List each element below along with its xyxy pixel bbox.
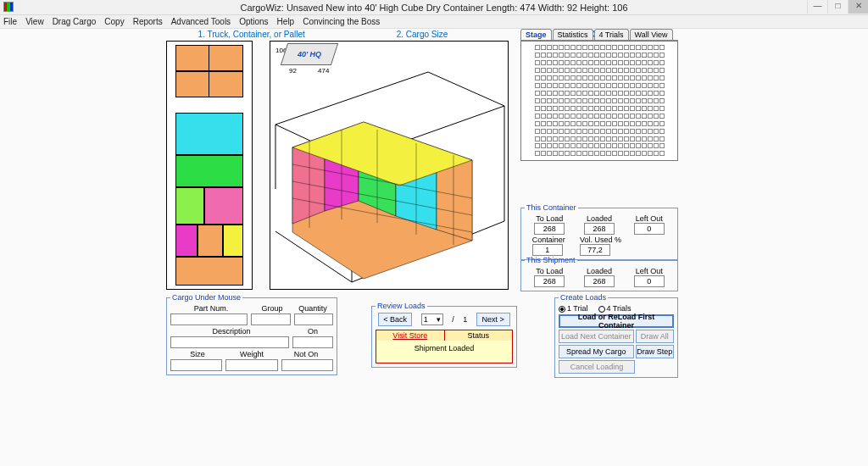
btn-spread-cargo[interactable]: Spread My Cargo [559,345,634,358]
val-group [251,313,291,325]
menu-advanced-tools[interactable]: Advanced Tools [171,17,231,26]
btn-draw-step[interactable]: Draw Step [636,345,674,358]
tab-4trials[interactable]: 4 Trials [594,29,629,40]
menu-file[interactable]: File [3,17,17,26]
menu-convincing-boss[interactable]: Convincing the Boss [303,17,380,26]
val-ship-loaded: 268 [584,275,615,287]
review-loads-group: Review Loads < Back 1▾ / 1 Next > Visit … [371,302,517,368]
lbl-desc: Description [170,327,292,336]
lbl-ship-loaded: Loaded [584,267,615,275]
page-sep: / [452,315,454,324]
val-quantity [294,313,334,325]
btn-draw-all[interactable]: Draw All [636,330,674,343]
val-desc [170,336,289,348]
page-total: 1 [463,315,467,324]
menu-help[interactable]: Help [277,17,295,26]
title-bar: CargoWiz: Unsaved New into 40' High Cube… [0,0,868,15]
app-icon [3,2,14,12]
cargo-3d-svg [270,42,509,291]
val-weight [225,359,277,371]
menu-copy[interactable]: Copy [104,17,124,26]
link-visit-store[interactable]: Visit Store [376,330,445,341]
this-shipment-legend: This Shipment [525,256,577,264]
step-2[interactable]: 2. Cargo Size [337,29,507,41]
val-noton [281,359,333,371]
menu-drag-cargo[interactable]: Drag Cargo [53,17,97,26]
tab-statistics[interactable]: Statistics [553,29,593,40]
menu-view[interactable]: View [25,17,44,26]
val-volused: 77,2 [580,244,610,256]
window-controls: — □ ✕ [807,0,868,14]
lbl-toload: To Load [534,214,565,223]
window-minimize[interactable]: — [807,0,827,14]
lbl-on: On [292,327,333,336]
this-container-legend: This Container [525,203,578,212]
lbl-partnum: Part Num. [170,304,252,313]
val-ship-leftout: 0 [634,275,665,287]
lbl-group: Group [252,304,292,313]
lbl-loaded: Loaded [584,214,615,223]
view-tabs: Stage Statistics 4 Trials Wall View [520,29,678,41]
val-partnum [170,313,248,325]
container-strip-panel[interactable] [166,41,253,290]
chevron-down-icon: ▾ [437,315,441,324]
btn-cancel-loading[interactable]: Cancel Loading [559,360,635,374]
status-box: Visit Store Status Shipment Loaded [376,330,513,363]
cargo-under-mouse-group: Cargo Under Mouse Part Num. Group Quanti… [166,293,337,375]
status-message: Shipment Loaded [376,341,512,363]
val-containerno: 1 [532,244,563,256]
lbl-volused: Vol. Used % [580,236,621,244]
window-maximize[interactable]: □ [827,0,848,14]
this-container-group: This Container To Load 268 Loaded 268 Le… [520,203,678,260]
lbl-quantity: Quantity [292,304,333,313]
step-1[interactable]: 1. Truck, Container, or Pallet [166,29,337,41]
btn-back[interactable]: < Back [378,313,412,326]
lbl-noton: Not On [279,350,333,358]
top-view-grid[interactable] [520,41,678,161]
val-size [170,359,222,371]
workspace: 1. Truck, Container, or Pallet 2. Cargo … [0,29,868,466]
val-leftout: 0 [634,223,665,235]
val-ship-toload: 268 [534,275,565,287]
radio-4trials[interactable]: 4 Trials [598,304,632,313]
lbl-size: Size [170,350,225,358]
lbl-ship-toload: To Load [534,267,565,275]
lbl-containerno: Container [532,236,565,244]
this-shipment-group: This Shipment To Load 268 Loaded 268 Lef… [520,256,678,291]
btn-load-next[interactable]: Load Next Container [559,330,634,343]
review-loads-legend: Review Loads [376,302,427,310]
container-tabs-panel: Stage Statistics 4 Trials Wall View [520,29,678,161]
menu-reports[interactable]: Reports [133,17,163,26]
lbl-leftout: Left Out [634,214,665,223]
cargo-3d-panel[interactable]: 106 40' HQ 92 474 [270,41,509,290]
menu-options[interactable]: Options [239,17,268,26]
val-toload: 268 [534,223,565,235]
btn-next[interactable]: Next > [476,313,510,326]
radio-1trial[interactable]: 1 Trial [559,304,588,313]
status-header: Status [445,330,513,341]
tab-wall-view[interactable]: Wall View [630,29,673,40]
val-on [292,336,333,348]
lbl-weight: Weight [225,350,279,358]
window-close[interactable]: ✕ [848,0,868,14]
menu-bar: File View Drag Cargo Copy Reports Advanc… [0,15,868,29]
create-loads-legend: Create Loads [559,293,608,302]
btn-load-first[interactable]: Load or ReLoad First Container [559,314,674,328]
window-title: CargoWiz: Unsaved New into 40' High Cube… [240,3,627,13]
cargo-under-legend: Cargo Under Mouse [170,293,242,302]
create-loads-group: Create Loads 1 Trial 4 Trials Load or Re… [554,293,678,378]
lbl-ship-leftout: Left Out [634,267,665,275]
val-loaded: 268 [584,223,615,235]
tab-stage[interactable]: Stage [520,29,552,40]
page-selector[interactable]: 1▾ [421,313,443,325]
